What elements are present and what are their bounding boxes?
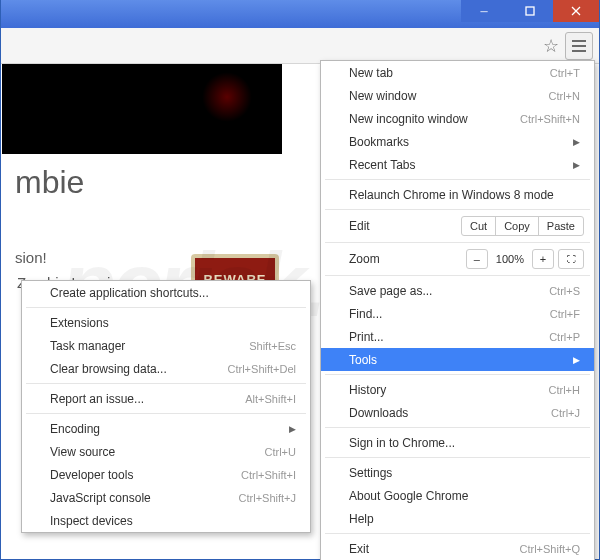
maximize-button[interactable]: [507, 0, 553, 22]
menu-separator: [26, 383, 306, 384]
fullscreen-button[interactable]: ⛶: [558, 249, 584, 269]
menu-save-page[interactable]: Save page as...Ctrl+S: [321, 279, 594, 302]
menu-zoom-row: Zoom – 100% + ⛶: [321, 246, 594, 272]
menu-exit[interactable]: ExitCtrl+Shift+Q: [321, 537, 594, 560]
menu-separator: [325, 275, 590, 276]
menu-separator: [325, 457, 590, 458]
tools-submenu: Create application shortcuts... Extensio…: [21, 280, 311, 533]
menu-separator: [26, 307, 306, 308]
menu-incognito[interactable]: New incognito windowCtrl+Shift+N: [321, 107, 594, 130]
page-text-1: sion!: [15, 249, 47, 266]
zoom-out-button[interactable]: –: [466, 249, 488, 269]
svg-rect-0: [526, 7, 534, 15]
chevron-right-icon: ▶: [573, 355, 580, 365]
menu-separator: [325, 533, 590, 534]
submenu-clear-data[interactable]: Clear browsing data...Ctrl+Shift+Del: [22, 357, 310, 380]
menu-print[interactable]: Print...Ctrl+P: [321, 325, 594, 348]
chevron-right-icon: ▶: [573, 160, 580, 170]
zoom-value: 100%: [492, 253, 528, 265]
menu-relaunch-win8[interactable]: Relaunch Chrome in Windows 8 mode: [321, 183, 594, 206]
window-titlebar: ─: [1, 0, 599, 28]
page-title: mbie: [15, 164, 84, 201]
menu-separator: [325, 374, 590, 375]
zoom-in-button[interactable]: +: [532, 249, 554, 269]
submenu-inspect-devices[interactable]: Inspect devices: [22, 509, 310, 532]
submenu-dev-tools[interactable]: Developer toolsCtrl+Shift+I: [22, 463, 310, 486]
chevron-right-icon: ▶: [573, 137, 580, 147]
submenu-extensions[interactable]: Extensions: [22, 311, 310, 334]
menu-help[interactable]: Help: [321, 507, 594, 530]
menu-new-tab[interactable]: New tabCtrl+T: [321, 61, 594, 84]
menu-find[interactable]: Find...Ctrl+F: [321, 302, 594, 325]
close-button[interactable]: [553, 0, 599, 22]
menu-about[interactable]: About Google Chrome: [321, 484, 594, 507]
menu-tools[interactable]: Tools▶: [321, 348, 594, 371]
submenu-create-shortcuts[interactable]: Create application shortcuts...: [22, 281, 310, 304]
submenu-view-source[interactable]: View sourceCtrl+U: [22, 440, 310, 463]
page-heading-area: mbie: [15, 164, 84, 201]
browser-toolbar: ☆: [1, 28, 599, 64]
menu-zoom-label: Zoom: [349, 252, 380, 266]
page-banner: [2, 64, 282, 154]
submenu-encoding[interactable]: Encoding▶: [22, 417, 310, 440]
menu-separator: [325, 179, 590, 180]
menu-edit-row: Edit Cut Copy Paste: [321, 213, 594, 239]
menu-recent-tabs[interactable]: Recent Tabs▶: [321, 153, 594, 176]
submenu-js-console[interactable]: JavaScript consoleCtrl+Shift+J: [22, 486, 310, 509]
menu-bookmarks[interactable]: Bookmarks▶: [321, 130, 594, 153]
chrome-menu-button[interactable]: [565, 32, 593, 60]
menu-separator: [325, 242, 590, 243]
cut-button[interactable]: Cut: [462, 217, 495, 235]
menu-settings[interactable]: Settings: [321, 461, 594, 484]
chevron-right-icon: ▶: [289, 424, 296, 434]
bookmark-star-icon[interactable]: ☆: [543, 35, 559, 57]
menu-history[interactable]: HistoryCtrl+H: [321, 378, 594, 401]
minimize-button[interactable]: ─: [461, 0, 507, 22]
edit-button-group: Cut Copy Paste: [461, 216, 584, 236]
copy-button[interactable]: Copy: [495, 217, 538, 235]
submenu-task-manager[interactable]: Task managerShift+Esc: [22, 334, 310, 357]
menu-downloads[interactable]: DownloadsCtrl+J: [321, 401, 594, 424]
menu-edit-label: Edit: [349, 219, 370, 233]
chrome-window: ─ ☆ mbie sion! Zombie Invasion BEWARE pc…: [0, 0, 600, 560]
menu-separator: [26, 413, 306, 414]
submenu-report-issue[interactable]: Report an issue...Alt+Shift+I: [22, 387, 310, 410]
menu-separator: [325, 427, 590, 428]
paste-button[interactable]: Paste: [538, 217, 583, 235]
chrome-main-menu: New tabCtrl+T New windowCtrl+N New incog…: [320, 60, 595, 560]
menu-signin[interactable]: Sign in to Chrome...: [321, 431, 594, 454]
menu-separator: [325, 209, 590, 210]
menu-new-window[interactable]: New windowCtrl+N: [321, 84, 594, 107]
